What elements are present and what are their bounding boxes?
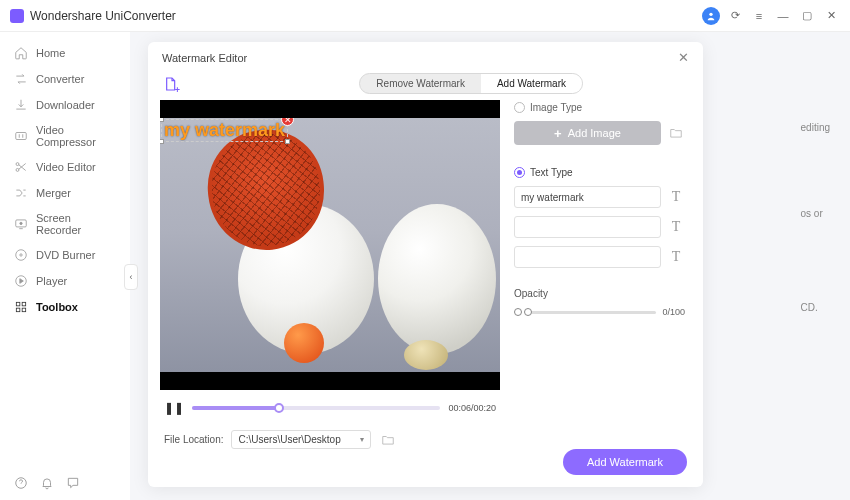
home-icon — [14, 46, 28, 60]
sidebar-item-label: Home — [36, 47, 65, 59]
video-time: 00:06/00:20 — [448, 403, 496, 413]
sidebar-item-dvd[interactable]: DVD Burner — [0, 242, 130, 268]
progress-fill — [192, 406, 279, 410]
svg-point-7 — [20, 254, 22, 256]
sidebar: Home Converter Downloader Video Compress… — [0, 32, 130, 500]
compressor-icon — [14, 129, 28, 143]
text-style-icon[interactable]: T — [667, 248, 685, 266]
sidebar-item-home[interactable]: Home — [0, 40, 130, 66]
svg-rect-11 — [16, 308, 20, 312]
text-style-icon[interactable]: T — [667, 188, 685, 206]
opacity-slider-thumb[interactable] — [524, 308, 532, 316]
feedback-icon[interactable] — [66, 476, 80, 490]
tab-add-watermark[interactable]: Add Watermark — [481, 74, 582, 93]
svg-rect-12 — [22, 308, 26, 312]
main-area: editing os or CD. Watermark Editor ✕ + R… — [130, 32, 850, 500]
watermark-text-input-3[interactable] — [514, 246, 661, 268]
toolbox-icon — [14, 300, 28, 314]
svg-rect-10 — [22, 302, 26, 306]
opacity-thumb-icon — [514, 308, 522, 316]
sidebar-item-label: Screen Recorder — [36, 212, 116, 236]
opacity-value: 0/100 — [662, 307, 685, 317]
video-image: my watermark ✕ — [160, 118, 500, 372]
add-watermark-button[interactable]: Add Watermark — [563, 449, 687, 475]
video-progress-slider[interactable] — [192, 406, 440, 410]
image-type-label: Image Type — [530, 102, 582, 113]
video-preview[interactable]: my watermark ✕ — [160, 100, 500, 390]
preview-object — [284, 323, 324, 363]
sidebar-item-downloader[interactable]: Downloader — [0, 92, 130, 118]
tab-switcher: Remove Watermark Add Watermark — [359, 73, 583, 94]
radio-icon — [514, 102, 525, 113]
app-title: Wondershare UniConverter — [30, 9, 176, 23]
watermark-overlay[interactable]: my watermark ✕ — [161, 119, 288, 142]
sidebar-item-editor[interactable]: Video Editor — [0, 154, 130, 180]
browse-image-icon[interactable] — [667, 124, 685, 142]
add-image-button[interactable]: + Add Image — [514, 121, 661, 145]
watermark-text-input-2[interactable] — [514, 216, 661, 238]
svg-rect-1 — [16, 133, 27, 140]
sidebar-item-merger[interactable]: Merger — [0, 180, 130, 206]
svg-point-2 — [16, 163, 19, 166]
background-text: editing os or CD. — [801, 117, 830, 319]
watermark-text: my watermark — [164, 120, 285, 141]
modal-close-icon[interactable]: ✕ — [678, 50, 689, 65]
sidebar-item-label: Merger — [36, 187, 71, 199]
progress-thumb[interactable] — [274, 403, 284, 413]
text-type-label: Text Type — [530, 167, 573, 178]
resize-handle[interactable] — [160, 118, 164, 122]
svg-point-6 — [16, 250, 27, 261]
maximize-button[interactable]: ▢ — [798, 7, 816, 25]
help-icon[interactable] — [14, 476, 28, 490]
watermark-editor-modal: Watermark Editor ✕ + Remove Watermark Ad… — [148, 42, 703, 487]
converter-icon — [14, 72, 28, 86]
sidebar-item-recorder[interactable]: Screen Recorder — [0, 206, 130, 242]
svg-point-5 — [20, 222, 22, 224]
resize-handle[interactable] — [160, 139, 164, 144]
file-location-select[interactable]: C:\Users\User\Desktop ▾ — [231, 430, 371, 449]
preview-object — [378, 204, 496, 354]
sidebar-item-compressor[interactable]: Video Compressor — [0, 118, 130, 154]
menu-icon[interactable]: ≡ — [750, 7, 768, 25]
sidebar-item-label: Downloader — [36, 99, 95, 111]
modal-title: Watermark Editor — [162, 52, 247, 64]
refresh-icon[interactable]: ⟳ — [726, 7, 744, 25]
close-button[interactable]: ✕ — [822, 7, 840, 25]
text-style-icon[interactable]: T — [667, 218, 685, 236]
sidebar-item-toolbox[interactable]: Toolbox — [0, 294, 130, 320]
recorder-icon — [14, 217, 28, 231]
svg-rect-9 — [16, 302, 20, 306]
sidebar-item-player[interactable]: Player — [0, 268, 130, 294]
watermark-text-input-1[interactable] — [514, 186, 661, 208]
plus-icon: + — [554, 126, 562, 141]
opacity-label: Opacity — [514, 288, 685, 299]
chevron-down-icon: ▾ — [360, 435, 364, 444]
text-type-radio[interactable]: Text Type — [514, 167, 685, 178]
opacity-slider[interactable] — [528, 311, 656, 314]
watermark-settings-panel: Image Type + Add Image Text Type — [510, 100, 691, 487]
delete-watermark-icon[interactable]: ✕ — [281, 118, 294, 126]
user-avatar-icon[interactable] — [702, 7, 720, 25]
browse-folder-icon[interactable] — [379, 431, 397, 449]
sidebar-item-converter[interactable]: Converter — [0, 66, 130, 92]
sidebar-item-label: Video Editor — [36, 161, 96, 173]
tab-remove-watermark[interactable]: Remove Watermark — [360, 74, 481, 93]
scissors-icon — [14, 160, 28, 174]
merger-icon — [14, 186, 28, 200]
add-file-icon[interactable]: + — [162, 75, 178, 93]
resize-handle[interactable] — [285, 139, 290, 144]
radio-icon — [514, 167, 525, 178]
disc-icon — [14, 248, 28, 262]
image-type-radio[interactable]: Image Type — [514, 102, 685, 113]
sidebar-item-label: Toolbox — [36, 301, 78, 313]
download-icon — [14, 98, 28, 112]
svg-point-3 — [16, 168, 19, 171]
sidebar-item-label: Converter — [36, 73, 84, 85]
bell-icon[interactable] — [40, 476, 54, 490]
svg-point-0 — [709, 12, 712, 15]
minimize-button[interactable]: — — [774, 7, 792, 25]
add-image-label: Add Image — [568, 127, 621, 139]
sidebar-item-label: Player — [36, 275, 67, 287]
pause-button[interactable]: ❚❚ — [164, 398, 184, 418]
sidebar-item-label: DVD Burner — [36, 249, 95, 261]
